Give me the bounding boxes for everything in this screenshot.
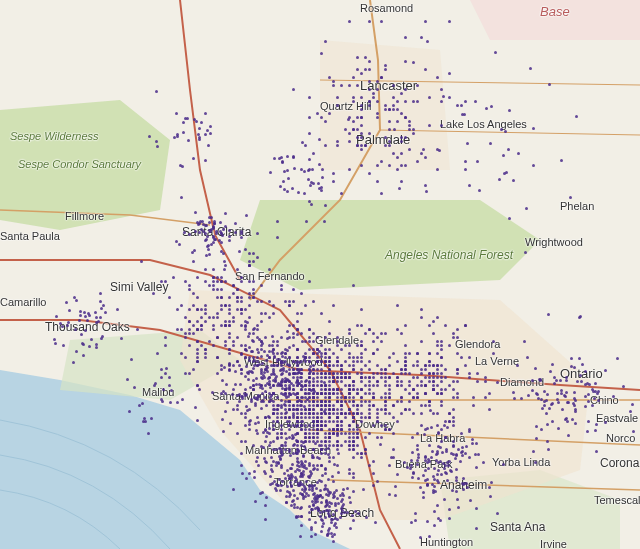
event-dot xyxy=(330,521,333,524)
event-dot xyxy=(284,394,287,397)
event-dot xyxy=(332,388,335,391)
event-dot xyxy=(567,434,570,437)
event-dot xyxy=(330,518,333,521)
event-dot xyxy=(508,217,511,220)
event-dot xyxy=(232,408,235,411)
event-dot xyxy=(262,400,265,403)
event-dot xyxy=(244,348,247,351)
event-dot xyxy=(296,408,299,411)
event-dot xyxy=(535,425,538,428)
event-dot xyxy=(300,474,303,477)
event-dot xyxy=(328,388,331,391)
event-dot xyxy=(565,417,568,420)
event-dot xyxy=(384,400,387,403)
event-dot xyxy=(532,164,535,167)
event-dot xyxy=(249,419,252,422)
event-dot xyxy=(55,315,58,318)
event-dot xyxy=(311,487,314,490)
event-dot xyxy=(426,461,429,464)
event-dot xyxy=(245,477,248,480)
event-dot xyxy=(300,380,303,383)
event-dot xyxy=(187,139,190,142)
event-dot xyxy=(400,372,403,375)
event-dot xyxy=(440,404,443,407)
event-dot xyxy=(252,332,255,335)
event-dot xyxy=(273,408,276,411)
event-dot xyxy=(280,360,283,363)
event-dot xyxy=(384,64,387,67)
event-dot xyxy=(540,398,543,401)
event-dot xyxy=(320,428,323,431)
event-dot xyxy=(261,377,264,380)
event-dot xyxy=(567,401,570,404)
event-dot xyxy=(276,236,279,239)
event-dot xyxy=(272,372,275,375)
event-dot xyxy=(228,320,231,323)
event-dot xyxy=(319,511,322,514)
event-dot xyxy=(340,372,343,375)
event-dot xyxy=(300,428,303,431)
event-dot xyxy=(312,412,315,415)
event-dot xyxy=(301,475,304,478)
event-dot xyxy=(352,428,355,431)
event-dot xyxy=(416,364,419,367)
event-dot xyxy=(356,432,359,435)
event-dot xyxy=(205,224,208,227)
event-dot xyxy=(416,352,419,355)
event-dot xyxy=(360,324,363,327)
event-dot xyxy=(284,448,287,451)
event-dot xyxy=(545,399,548,402)
event-dot xyxy=(336,388,339,391)
event-dot xyxy=(456,352,459,355)
event-dot xyxy=(228,332,231,335)
label-santa-paula: Santa Paula xyxy=(0,230,60,242)
event-dot xyxy=(300,388,303,391)
event-dot xyxy=(296,420,299,423)
event-dot xyxy=(300,368,303,371)
event-dot xyxy=(212,328,215,331)
event-dot xyxy=(336,380,339,383)
event-dot xyxy=(352,416,355,419)
event-dot xyxy=(260,355,263,358)
event-dot xyxy=(508,109,511,112)
event-dot xyxy=(296,392,299,395)
event-dot xyxy=(256,348,259,351)
event-dot xyxy=(281,372,284,375)
event-dot xyxy=(456,368,459,371)
event-dot xyxy=(328,505,331,508)
event-dot xyxy=(223,260,226,263)
event-dot xyxy=(286,190,289,193)
event-dot xyxy=(313,390,316,393)
event-dot xyxy=(356,388,359,391)
svg-marker-2 xyxy=(240,200,540,290)
event-dot xyxy=(416,384,419,387)
event-dot xyxy=(272,392,275,395)
event-dot xyxy=(432,364,435,367)
event-dot xyxy=(321,496,324,499)
event-dot xyxy=(288,372,291,375)
event-dot xyxy=(312,400,315,403)
event-dot xyxy=(352,448,355,451)
event-dot xyxy=(274,379,277,382)
map-canvas[interactable]: Base Sespe Wilderness Sespe Condor Sanct… xyxy=(0,0,640,549)
event-dot xyxy=(440,372,443,375)
event-dot xyxy=(304,487,307,490)
event-dot xyxy=(308,388,311,391)
event-dot xyxy=(364,384,367,387)
event-dot xyxy=(464,452,467,455)
event-dot xyxy=(280,352,283,355)
event-dot xyxy=(279,383,282,386)
event-dot xyxy=(333,533,336,536)
event-dot xyxy=(286,330,289,333)
event-dot xyxy=(384,428,387,431)
event-dot xyxy=(312,428,315,431)
event-dot xyxy=(340,420,343,423)
event-dot xyxy=(432,388,435,391)
event-dot xyxy=(356,392,359,395)
event-dot xyxy=(360,104,363,107)
event-dot xyxy=(276,420,279,423)
event-dot xyxy=(280,428,283,431)
event-dot xyxy=(304,436,307,439)
event-dot xyxy=(280,406,283,409)
event-dot xyxy=(416,100,419,103)
